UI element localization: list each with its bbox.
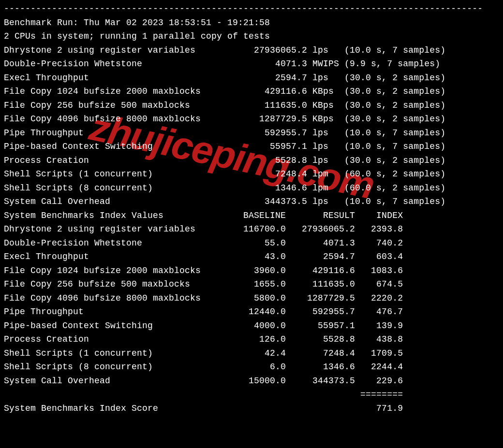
divider-line: ----------------------------------------… xyxy=(4,2,499,16)
index-row: System Call Overhead 15000.0 344373.5 22… xyxy=(4,374,499,388)
index-row: File Copy 256 bufsize 500 maxblocks 1655… xyxy=(4,277,499,291)
index-row: Process Creation 126.0 5528.8 438.8 xyxy=(4,332,499,347)
result-row: System Call Overhead 344373.5 lps (10.0 … xyxy=(4,195,499,209)
result-row: Shell Scripts (8 concurrent) 1346.6 lpm … xyxy=(4,181,499,195)
cpu-header: 2 CPUs in system; running 1 parallel cop… xyxy=(4,29,499,43)
index-row: Double-Precision Whetstone 55.0 4071.3 7… xyxy=(4,236,499,250)
result-row: File Copy 1024 bufsize 2000 maxblocks 42… xyxy=(4,85,499,99)
index-row: Pipe-based Context Switching 4000.0 5595… xyxy=(4,319,499,333)
result-row: Process Creation 5528.8 lps (30.0 s, 2 s… xyxy=(4,154,499,168)
result-row: Double-Precision Whetstone 4071.3 MWIPS … xyxy=(4,57,499,71)
result-row: Pipe Throughput 592955.7 lps (10.0 s, 7 … xyxy=(4,126,499,140)
index-header: System Benchmarks Index Values BASELINE … xyxy=(4,209,499,223)
index-row: Execl Throughput 43.0 2594.7 603.4 xyxy=(4,250,499,264)
index-row: Pipe Throughput 12440.0 592955.7 476.7 xyxy=(4,305,499,319)
index-rule: ======== xyxy=(4,388,499,402)
result-row: File Copy 256 bufsize 500 maxblocks 1116… xyxy=(4,99,499,113)
index-row: Shell Scripts (1 concurrent) 42.4 7248.4… xyxy=(4,347,499,361)
result-row: Dhrystone 2 using register variables 279… xyxy=(4,43,499,58)
index-row: Shell Scripts (8 concurrent) 6.0 1346.6 … xyxy=(4,360,499,374)
index-row: File Copy 1024 bufsize 2000 maxblocks 39… xyxy=(4,264,499,278)
result-row: File Copy 4096 bufsize 8000 maxblocks 12… xyxy=(4,112,499,126)
run-header: Benchmark Run: Thu Mar 02 2023 18:53:51 … xyxy=(4,16,499,30)
result-row: Shell Scripts (1 concurrent) 7248.4 lpm … xyxy=(4,167,499,181)
result-row: Pipe-based Context Switching 55957.1 lps… xyxy=(4,140,499,154)
terminal-output: ----------------------------------------… xyxy=(0,0,503,415)
index-row: Dhrystone 2 using register variables 116… xyxy=(4,222,499,236)
index-score: System Benchmarks Index Score 771.9 xyxy=(4,402,499,416)
index-row: File Copy 4096 bufsize 8000 maxblocks 58… xyxy=(4,291,499,305)
result-row: Execl Throughput 2594.7 lps (30.0 s, 2 s… xyxy=(4,71,499,85)
